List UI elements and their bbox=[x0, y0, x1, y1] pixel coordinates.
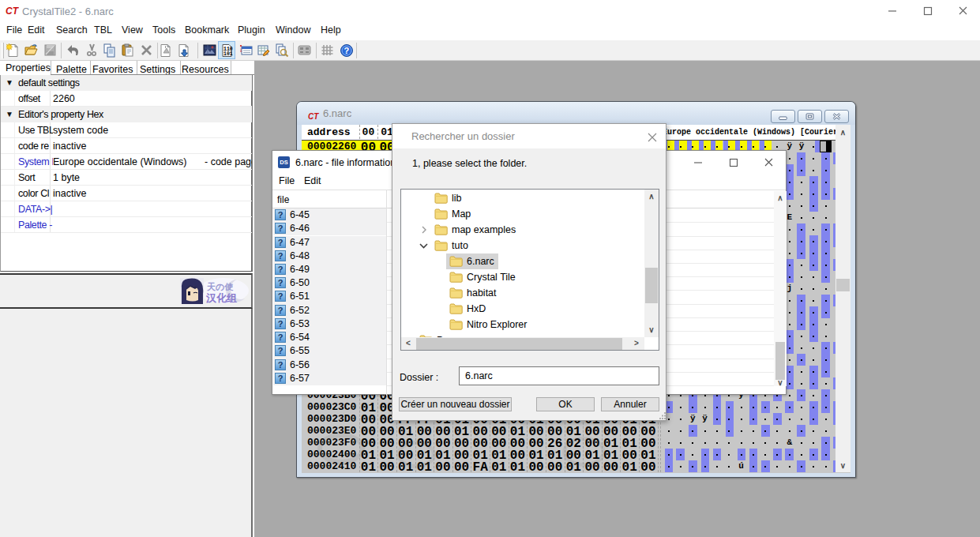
svg-text:CT: CT bbox=[308, 112, 319, 120]
svg-text:?: ? bbox=[344, 46, 350, 55]
svg-text:101: 101 bbox=[223, 51, 233, 57]
svg-text:汉化组: 汉化组 bbox=[205, 292, 237, 304]
svg-text:CT: CT bbox=[6, 6, 19, 15]
svg-text:天の使: 天の使 bbox=[206, 282, 234, 291]
